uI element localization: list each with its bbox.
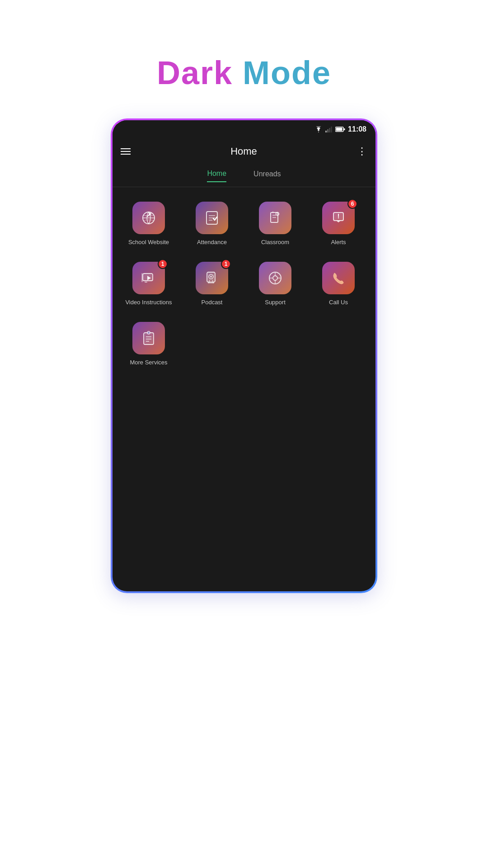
support-icon-bg [259, 262, 291, 294]
svg-text:!: ! [338, 212, 340, 220]
svg-rect-23 [141, 273, 143, 282]
grid-item-school-website[interactable]: School Website [117, 196, 180, 252]
status-time: 11:08 [348, 125, 366, 133]
call-us-icon [330, 269, 347, 287]
attendance-icon [203, 209, 221, 226]
svg-rect-22 [145, 282, 147, 283]
svg-point-35 [147, 331, 150, 334]
svg-rect-34 [144, 333, 154, 344]
svg-rect-0 [325, 131, 327, 132]
svg-point-29 [273, 276, 277, 280]
home-grid: School Website Attendance [113, 187, 375, 591]
grid-item-alerts[interactable]: 6 ! Alerts [307, 196, 370, 252]
podcast-icon [203, 269, 221, 287]
hamburger-menu-button[interactable] [121, 148, 131, 155]
podcast-badge: 1 [221, 259, 231, 269]
attendance-icon-bg [196, 202, 228, 234]
svg-point-9 [149, 212, 151, 215]
school-website-icon-bg [132, 202, 165, 234]
grid-row-2: 1 Video Instructions 1 [117, 256, 371, 312]
phone-screen: 11:08 Home ⋮ Home Unreads [113, 120, 375, 591]
svg-rect-1 [327, 129, 328, 132]
grid-item-classroom[interactable]: Classroom [244, 196, 307, 252]
school-website-label: School Website [128, 239, 169, 246]
svg-point-26 [210, 276, 212, 278]
more-services-label: More Services [130, 359, 167, 367]
grid-item-podcast[interactable]: 1 Podcast [180, 256, 244, 312]
alerts-badge: 6 [347, 199, 357, 209]
status-icons: 11:08 [314, 125, 366, 133]
grid-row-1: School Website Attendance [117, 196, 371, 252]
video-badge: 1 [158, 259, 168, 269]
video-instructions-icon-bg: 1 [132, 262, 165, 294]
svg-rect-5 [336, 128, 343, 131]
school-website-icon [140, 209, 157, 226]
video-icon [140, 269, 157, 287]
tab-home[interactable]: Home [207, 170, 226, 182]
grid-item-call-us[interactable]: Call Us [307, 256, 370, 312]
more-services-icon [140, 330, 157, 347]
alerts-label: Alerts [331, 239, 346, 246]
more-services-icon-bg [132, 322, 165, 354]
phone-frame: 11:08 Home ⋮ Home Unreads [111, 118, 377, 593]
podcast-label: Podcast [202, 299, 223, 307]
grid-item-more-services[interactable]: More Services [117, 316, 180, 372]
grid-row-3: More Services [117, 316, 371, 372]
alerts-icon-bg: 6 ! [322, 202, 355, 234]
svg-rect-2 [329, 128, 330, 132]
svg-point-17 [276, 212, 279, 216]
app-title: Home [230, 146, 257, 157]
status-bar: 11:08 [113, 120, 375, 138]
podcast-icon-bg: 1 [196, 262, 228, 294]
battery-icon [335, 127, 345, 132]
tab-bar: Home Unreads [113, 165, 375, 187]
app-bar: Home ⋮ [113, 138, 375, 165]
signal-icon [325, 126, 333, 132]
grid-item-support[interactable]: Support [244, 256, 307, 312]
svg-rect-3 [331, 127, 332, 132]
alerts-icon: ! [330, 209, 347, 226]
attendance-label: Attendance [197, 239, 227, 246]
more-options-button[interactable]: ⋮ [357, 146, 367, 157]
grid-item-video-instructions[interactable]: 1 Video Instructions [117, 256, 180, 312]
video-instructions-label: Video Instructions [125, 299, 172, 307]
tab-unreads[interactable]: Unreads [253, 170, 281, 182]
support-label: Support [265, 299, 286, 307]
grid-item-attendance[interactable]: Attendance [180, 196, 244, 252]
svg-rect-6 [344, 128, 345, 130]
title-dark: Dark [157, 55, 233, 91]
classroom-icon-bg [259, 202, 291, 234]
wifi-icon [314, 126, 323, 132]
call-us-icon-bg [322, 262, 355, 294]
call-us-label: Call Us [329, 299, 348, 307]
classroom-icon [267, 209, 284, 226]
title-mode: Mode [233, 55, 331, 91]
classroom-label: Classroom [261, 239, 289, 246]
page-heading: Dark Mode [157, 54, 331, 91]
support-icon [267, 269, 284, 287]
